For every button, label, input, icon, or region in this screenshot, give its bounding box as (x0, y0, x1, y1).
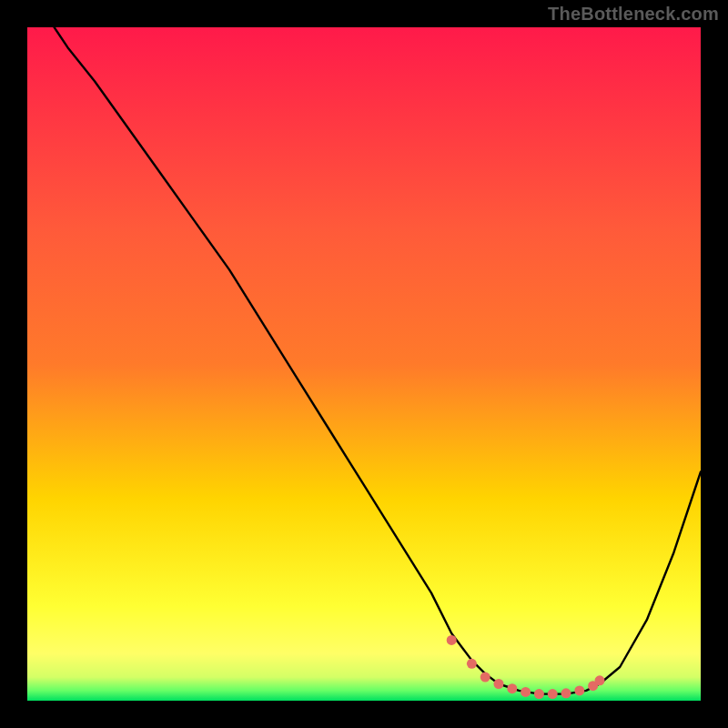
highlight-dot (507, 683, 517, 693)
plot-area (27, 27, 701, 701)
highlight-dot (521, 687, 531, 697)
highlight-dot (548, 689, 558, 699)
highlight-dot (480, 672, 490, 682)
chart-frame: TheBottleneck.com (0, 0, 728, 728)
highlight-dot (595, 675, 605, 685)
highlight-dot (574, 685, 584, 695)
highlight-dot (494, 679, 504, 689)
chart-svg (27, 27, 701, 701)
highlight-dot (534, 689, 544, 699)
watermark-text: TheBottleneck.com (548, 4, 719, 25)
highlight-dot (561, 688, 571, 698)
highlight-dot (447, 635, 457, 645)
highlight-dot (467, 659, 477, 669)
